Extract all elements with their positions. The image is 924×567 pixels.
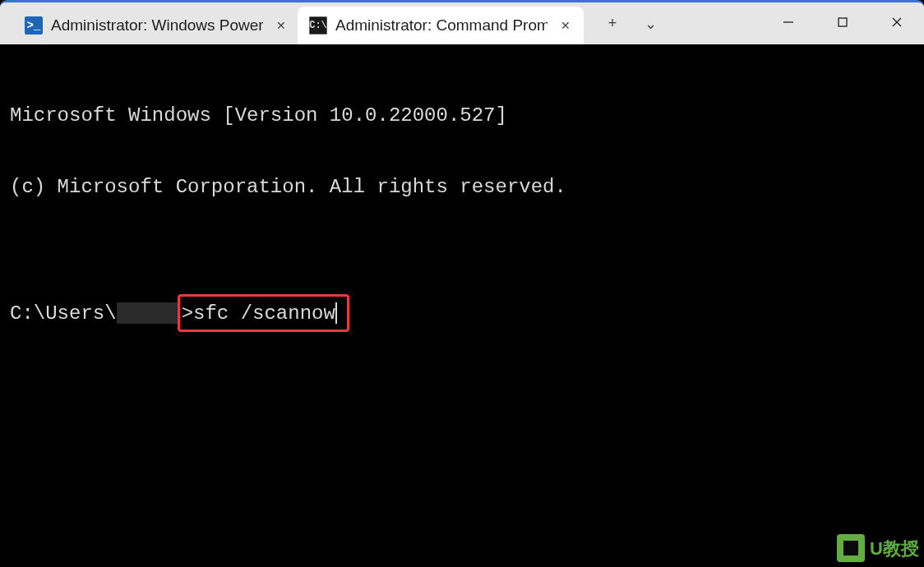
tab-close-button[interactable]: ✕	[271, 16, 291, 35]
maximize-icon	[837, 16, 848, 28]
maximize-button[interactable]	[815, 2, 870, 42]
command-text: sfc /scannow	[193, 302, 335, 325]
new-tab-button[interactable]: +	[595, 9, 630, 39]
watermark-text: U教授	[870, 537, 919, 560]
tab-command-prompt[interactable]: C:\ Administrator: Command Promp ✕	[298, 7, 584, 44]
minimize-button[interactable]	[761, 2, 815, 42]
terminal-output-line: Microsoft Windows [Version 10.0.22000.52…	[10, 104, 916, 127]
titlebar: >_ Administrator: Windows PowerS ✕ C:\ A…	[0, 0, 924, 44]
titlebar-drag-region[interactable]	[668, 2, 761, 44]
tab-label: Administrator: Command Promp	[335, 16, 547, 35]
close-window-button[interactable]	[870, 2, 924, 42]
cmd-icon: C:\	[309, 16, 327, 35]
prompt-path-prefix: C:\Users\	[10, 302, 117, 325]
tab-strip: >_ Administrator: Windows PowerS ✕ C:\ A…	[0, 2, 584, 44]
minimize-icon	[783, 16, 794, 28]
window-controls	[761, 2, 924, 44]
redacted-username	[117, 302, 178, 324]
powershell-icon: >_	[25, 16, 43, 35]
tab-label: Administrator: Windows PowerS	[51, 16, 263, 35]
watermark: U教授	[837, 534, 919, 562]
close-icon	[891, 16, 903, 28]
prompt-suffix: >	[182, 302, 193, 325]
terminal-body[interactable]: Microsoft Windows [Version 10.0.22000.52…	[0, 44, 924, 567]
highlighted-command-box: > sfc /scannow	[178, 294, 349, 332]
tab-close-button[interactable]: ✕	[556, 16, 575, 35]
terminal-output-line: (c) Microsoft Corporation. All rights re…	[10, 175, 916, 199]
tab-powershell[interactable]: >_ Administrator: Windows PowerS ✕	[13, 7, 299, 44]
tab-actions: + ⌄	[584, 2, 668, 44]
text-cursor	[335, 302, 337, 324]
watermark-icon	[837, 534, 865, 562]
svg-rect-1	[839, 18, 847, 26]
tab-dropdown-button[interactable]: ⌄	[633, 9, 668, 39]
terminal-prompt-row: C:\Users\ > sfc /scannow	[10, 294, 916, 332]
